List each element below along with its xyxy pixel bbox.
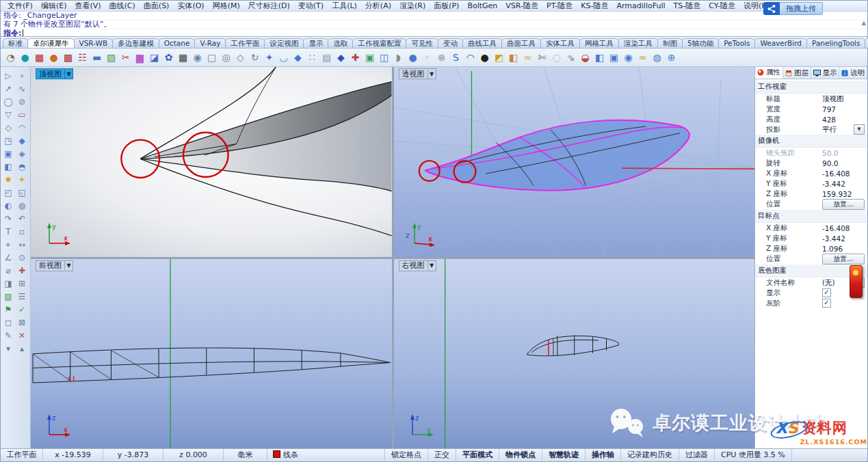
toolbar-tool-icon[interactable]: ◇ [233,51,248,65]
toolbar-tool-icon[interactable]: ◆ [291,51,305,65]
toolbar-tool-icon[interactable]: ✚ [348,51,363,65]
toolbar-tool-icon[interactable]: ✄ [535,51,549,65]
chevron-down-icon[interactable]: ▼ [64,70,73,79]
menu-item[interactable]: 工具(L) [328,1,361,11]
chevron-down-icon[interactable]: ▼ [854,124,865,135]
toolbar-tool-icon[interactable]: ◍ [650,51,664,65]
toolbar-tool-icon[interactable]: ✿ [161,51,176,65]
toolbar-tool-icon[interactable]: ▆ [133,51,147,65]
camera-rotation-value[interactable]: 90.0 [822,159,865,167]
menu-item[interactable]: 渲染(R) [395,1,430,11]
toolbar-tool-icon[interactable]: ● [47,51,61,65]
ribbon-tab[interactable]: 曲线工具 [462,38,502,48]
viewport-height-value[interactable]: 428 [822,116,865,124]
menu-item[interactable]: 实体(O) [173,1,208,11]
red-ribbon-badge[interactable] [850,265,863,298]
status-field[interactable]: 记录建构历史 [621,449,679,461]
side-tool-icon[interactable]: ⊘ [15,95,29,108]
ribbon-tab[interactable]: VSR-WB [74,38,114,48]
panel-tab-help[interactable]: i 说明 [839,67,867,79]
side-tool-icon[interactable]: ⊞ [15,277,29,290]
ribbon-tab[interactable]: WeaverBird [754,38,807,48]
menu-item[interactable]: PT-随意 [542,1,577,11]
side-tool-icon[interactable]: ✸ [1,173,15,186]
status-field[interactable]: x -19.539 [43,449,103,461]
side-tool-icon[interactable]: ▧ [1,290,15,303]
side-tool-icon[interactable]: ◐ [1,199,15,212]
chevron-down-icon[interactable]: ▼ [428,261,436,270]
toolbar-tool-icon[interactable]: ⇘ [564,51,578,65]
menu-item[interactable]: CY-随意 [705,1,739,11]
target-place-button[interactable]: 放置... [822,254,865,264]
status-field[interactable]: 工作平面 [1,449,43,461]
side-tool-icon[interactable]: ◧ [1,160,15,173]
ribbon-tab[interactable]: Octane [159,38,196,48]
ribbon-tab[interactable]: 显示 [303,38,328,48]
side-tool-icon[interactable]: ∿ [15,82,29,95]
menu-item[interactable]: 网格(M) [209,1,244,11]
toolbar-tool-icon[interactable]: ◩ [492,51,506,65]
menu-item[interactable]: 尺寸标注(D) [244,1,294,11]
menu-item[interactable]: 变动(T) [294,1,328,11]
toolbar-tool-icon[interactable]: ▣ [607,51,621,65]
toolbar-tool-icon[interactable]: ◉ [190,51,205,65]
status-field[interactable]: 平面模式 [456,449,499,461]
ribbon-tab[interactable]: 选取 [328,38,353,48]
side-tool-icon[interactable]: ⌖ [1,238,15,251]
ribbon-tab[interactable]: 多边形建模 [112,38,159,48]
show-checkbox[interactable]: ✓ [822,288,831,297]
ribbon-tab[interactable]: 渲染工具 [618,38,658,48]
ribbon-tab[interactable]: 设定视图 [264,38,304,48]
camera-x-value[interactable]: -16.408 [822,169,865,178]
toolbar-tool-icon[interactable]: ▦ [176,51,190,65]
camera-place-button[interactable]: 放置... [822,199,865,210]
toolbar-tool-icon[interactable]: ● [477,51,492,65]
side-tool-icon[interactable]: ◇ [1,121,15,134]
ribbon-tab[interactable]: 可见性 [406,38,438,48]
toolbar-tool-icon[interactable]: ◫ [377,51,391,65]
side-tool-icon[interactable]: ◆ [15,134,29,147]
toolbar-tool-icon[interactable]: ◔ [3,51,18,65]
status-field[interactable]: z 0.000 [163,449,224,461]
target-y-value[interactable]: -3.442 [822,234,865,243]
side-tool-icon[interactable]: ◍ [15,199,29,212]
toolbar-tool-icon[interactable]: ▤ [319,51,334,65]
menu-item[interactable]: BoltGen [463,1,501,11]
side-tool-icon[interactable]: ◯ [1,95,15,108]
toolbar-tool-icon[interactable]: ∷ [305,51,319,65]
menu-item[interactable]: ArmadilloFull [613,1,670,11]
ribbon-tab[interactable]: 标准 [3,38,28,48]
side-tool-icon[interactable]: ✓ [15,303,29,316]
side-tool-icon[interactable]: ↷ [1,212,15,225]
ribbon-tab[interactable]: PanelingTools [806,38,865,48]
ribbon-tab[interactable]: PeTools [718,38,755,48]
camera-y-value[interactable]: -3.442 [822,180,865,188]
viewport-top[interactable]: 顶视图▼ y x [31,67,392,257]
viewport-width-value[interactable]: 797 [822,105,865,113]
ribbon-tab[interactable]: 制图 [657,38,683,48]
side-tool-icon[interactable]: ◻ [1,316,15,329]
status-field[interactable]: 锁定格点 [385,449,428,461]
toolbar-tool-icon[interactable]: ◪ [147,51,161,65]
status-field[interactable]: 物件锁点 [499,449,542,461]
menu-item[interactable]: 曲线(C) [105,1,140,11]
menu-item[interactable]: TS-随意 [670,1,705,11]
panel-tab-display[interactable]: 显示 [811,67,839,79]
toolbar-tool-icon[interactable]: ◗ [391,51,406,65]
toolbar-tool-icon[interactable]: ⊗ [434,51,449,65]
toolbar-tool-icon[interactable]: ✦ [262,51,276,65]
status-field[interactable]: 毫米 [224,449,267,461]
toolbar-tool-icon[interactable]: ≈ [635,51,650,65]
side-tool-icon[interactable]: ◰ [1,186,15,199]
chevron-down-icon[interactable]: ▼ [428,70,436,79]
viewport-title-value[interactable]: 顶视图 [822,94,865,104]
menu-item[interactable]: 编辑(E) [37,1,71,11]
toolbar-tool-icon[interactable]: ▨ [104,51,118,65]
ribbon-tab[interactable]: 工作平面 [225,38,265,48]
toolbar-tool-icon[interactable]: ● [18,51,32,65]
grayscale-checkbox[interactable]: ✓ [822,299,831,308]
menu-item[interactable]: 查看(V) [70,1,105,11]
toolbar-tool-icon[interactable]: ◧ [506,51,521,65]
side-tool-icon[interactable]: ✦ [15,173,29,186]
projection-select[interactable]: 平行 [822,125,854,135]
